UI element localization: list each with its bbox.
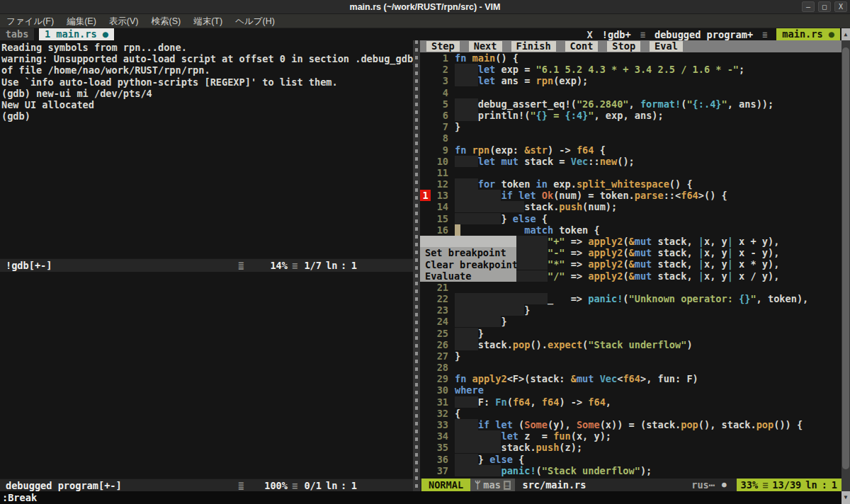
git-branch-icon: ᛘ bbox=[475, 479, 480, 491]
branch-badge-icon: ≣ bbox=[504, 481, 511, 490]
code-line: 16 match token { bbox=[420, 224, 842, 236]
toolbar-button-cont[interactable]: Cont bbox=[565, 41, 599, 52]
close-icon[interactable]: X bbox=[834, 1, 847, 12]
code-line: 3 let ans = rpn(exp); bbox=[420, 75, 842, 86]
current-buffer-main-rs[interactable]: main.rs ● bbox=[776, 28, 840, 40]
window-title: main.rs (~/work/RUST/rpn/src) - VIM bbox=[0, 0, 850, 14]
popup-item[interactable]: Clear breakpoint bbox=[420, 259, 516, 270]
popup-menu: Set breakpointClear breakpointEvaluate bbox=[420, 236, 516, 282]
main-scrollbar[interactable] bbox=[842, 40, 850, 491]
tabline: tabs 1 main.rs ● X !gdb+ ≣ debugged prog… bbox=[0, 28, 850, 40]
popup-item[interactable] bbox=[420, 236, 516, 247]
menu-item[interactable]: 端末(T) bbox=[187, 14, 229, 28]
minimize-icon[interactable]: – bbox=[802, 1, 815, 12]
tab-close-icon[interactable]: X bbox=[587, 29, 593, 40]
scroll-up-arrow-icon[interactable]: ▲ bbox=[842, 28, 850, 40]
menu-item[interactable]: ファイル(F) bbox=[0, 14, 60, 28]
scrollbar-thumb[interactable] bbox=[842, 47, 849, 469]
line-number: 1 bbox=[431, 52, 448, 64]
line-number: 30 bbox=[431, 384, 448, 396]
maximize-icon[interactable]: □ bbox=[818, 1, 831, 12]
code-line: 32{ bbox=[420, 408, 842, 419]
sign-column bbox=[420, 144, 431, 156]
toolbar-button-stop[interactable]: Stop bbox=[607, 41, 640, 52]
sign-column bbox=[420, 293, 431, 304]
toolbar-button-step[interactable]: Step bbox=[426, 41, 460, 52]
column-number: 1 bbox=[348, 259, 357, 272]
menu-item[interactable]: ヘルプ(H) bbox=[229, 14, 281, 28]
line-number: 8 bbox=[431, 132, 448, 144]
menu-item[interactable]: 表示(V) bbox=[103, 14, 145, 28]
line-number: 11 bbox=[431, 167, 448, 178]
menu-item[interactable]: 編集(E) bbox=[60, 14, 103, 28]
sign-column bbox=[420, 87, 431, 98]
line-number: 16 bbox=[431, 224, 448, 236]
code-line: 33 if let (Some(y), Some(x)) = (stack.po… bbox=[420, 419, 842, 430]
breakpoint-sign[interactable]: 1 bbox=[420, 190, 431, 201]
debugged-program-pane[interactable] bbox=[0, 272, 413, 479]
tab-main-rs[interactable]: 1 main.rs ● bbox=[39, 28, 114, 40]
gdb-line: of file /home/nao/work/RUST/rpn/rpn. bbox=[1, 64, 413, 76]
buffer-menu-icon[interactable]: ≣ bbox=[640, 30, 645, 40]
line-number: 22 bbox=[431, 293, 448, 304]
toolbar-button-finish[interactable]: Finish bbox=[511, 41, 556, 52]
line-number: 15 bbox=[431, 213, 448, 224]
code-line: 2 let exp = "6.1 5.2 4.3 * + 3.4 2.5 / 1… bbox=[420, 64, 842, 75]
code-line: 5 debug_assert_eq!("26.2840", format!("{… bbox=[420, 98, 842, 110]
code-line: 22 _ => panic!("Unknown operator: {}", t… bbox=[420, 293, 842, 304]
menu-item[interactable]: 検索(S) bbox=[144, 14, 187, 28]
code-line: 11 bbox=[420, 167, 842, 178]
cursor bbox=[455, 224, 460, 236]
ln-label: ln bbox=[326, 259, 337, 272]
git-branch-segment: ᛘ mas ≣ bbox=[470, 479, 515, 491]
code-line: 10 let mut stack = Vec::new(); bbox=[420, 156, 842, 167]
titlebar: main.rs (~/work/RUST/rpn/src) - VIM – □ … bbox=[0, 0, 850, 14]
code-line: 14 stack.push(num); bbox=[420, 201, 842, 212]
gdb-statusline: !gdb[+-] ≣ 14% ≡ 1/7 ln : 1 bbox=[0, 258, 420, 272]
line-fraction: 0/1 bbox=[300, 479, 322, 492]
code-line: 7} bbox=[420, 121, 842, 132]
gdb-line: Reading symbols from rpn...done. bbox=[1, 42, 413, 53]
command-line[interactable]: :Break bbox=[0, 491, 850, 504]
line-number: 31 bbox=[431, 396, 448, 408]
line-fraction: 1/7 bbox=[300, 259, 322, 272]
scroll-percent: 100% bbox=[254, 479, 288, 492]
line-number: 32 bbox=[431, 408, 448, 419]
sign-column bbox=[420, 316, 431, 327]
line-number: 10 bbox=[431, 156, 448, 167]
left-pane-scrollbar[interactable] bbox=[413, 40, 420, 491]
sign-column bbox=[420, 282, 431, 293]
code-line: 31 F: Fn(f64, f64) -> f64, bbox=[420, 396, 842, 408]
gdb-terminal-pane[interactable]: Reading symbols from rpn...done.warning:… bbox=[0, 40, 413, 258]
code-line: 30where bbox=[420, 384, 842, 396]
program-buffer-name: debugged program[+-] bbox=[6, 479, 122, 492]
line-number: 36 bbox=[431, 454, 448, 465]
line-number: 35 bbox=[431, 442, 448, 453]
sign-column bbox=[420, 328, 431, 339]
sign-column bbox=[420, 178, 431, 190]
sign-column bbox=[420, 201, 431, 212]
code-line: 8 bbox=[420, 132, 842, 144]
column-number: 1 bbox=[348, 479, 357, 492]
sign-column bbox=[420, 408, 431, 419]
sign-column bbox=[420, 98, 431, 110]
toolbar-button-next[interactable]: Next bbox=[469, 41, 502, 52]
code-line: 15 } else { bbox=[420, 213, 842, 224]
line-number: 24 bbox=[431, 316, 448, 327]
sign-column bbox=[420, 419, 431, 430]
scroll-down-arrow-icon[interactable]: ▼ bbox=[842, 491, 850, 504]
buffer-menu-icon[interactable]: ≣ bbox=[762, 30, 767, 40]
line-number: 29 bbox=[431, 373, 448, 384]
code-line: 35 stack.push(z); bbox=[420, 442, 842, 453]
sign-column bbox=[420, 396, 431, 408]
buffer-debugged-program[interactable]: debugged program+ bbox=[654, 29, 753, 40]
buffer-gdb[interactable]: !gdb+ bbox=[602, 29, 631, 40]
modified-dot-icon: ● bbox=[829, 28, 834, 40]
mode-indicator: NORMAL bbox=[421, 479, 470, 491]
gdb-line: New UI allocated bbox=[1, 99, 413, 110]
toolbar-button-eval[interactable]: Eval bbox=[650, 41, 683, 52]
popup-item[interactable]: Set breakpoint bbox=[420, 247, 516, 258]
line-number: 25 bbox=[431, 328, 448, 339]
sign-column bbox=[420, 167, 431, 178]
popup-item[interactable]: Evaluate bbox=[420, 270, 516, 282]
